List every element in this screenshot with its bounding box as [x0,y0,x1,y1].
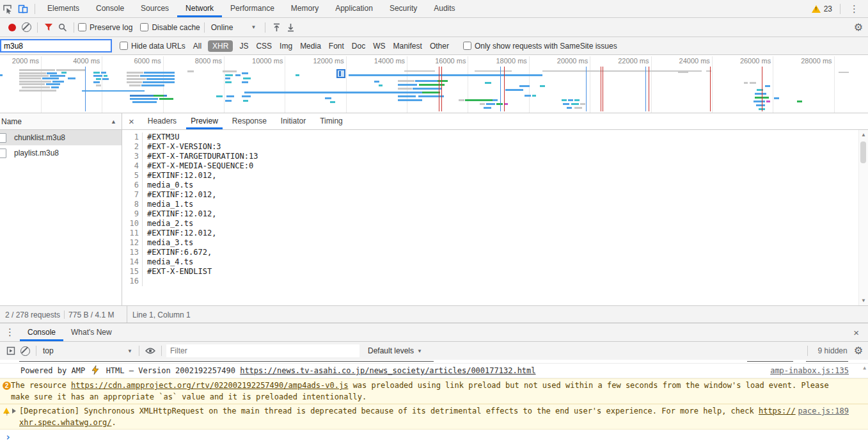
type-filter-ws[interactable]: WS [373,42,385,51]
waterfall-bar [42,77,59,79]
domcontentloaded-line [85,67,86,111]
console-tab-console[interactable]: Console [20,323,63,341]
type-filter-img[interactable]: Img [280,42,292,51]
import-har-icon[interactable] [269,20,283,35]
device-toolbar-icon[interactable] [15,0,31,17]
waterfall-bar [242,95,251,97]
type-filter-js[interactable]: JS [239,42,248,51]
waterfall-bar [187,70,194,72]
type-filter-other[interactable]: Other [430,42,449,51]
message-source-link[interactable]: amp-inabox.js:135 [770,364,849,378]
type-filter-font[interactable]: Font [329,42,344,51]
console-filter-input[interactable] [166,344,360,358]
execution-context-select[interactable]: top ▼ [43,346,132,355]
console-sidebar-toggle-icon[interactable] [4,344,18,358]
search-icon[interactable] [56,20,70,35]
warning-badge-icon[interactable] [812,5,821,13]
request-row-playlist-m3u8[interactable]: playlist.m3u8 [0,145,122,161]
selected-range-marker[interactable] [336,69,345,78]
tab-application[interactable]: Application [327,0,381,17]
console-scroll-up-icon[interactable]: ▲ [863,365,866,371]
name-column-header[interactable]: Name ▲ [0,113,122,130]
type-filter-manifest[interactable]: Manifest [393,42,422,51]
console-tab-what-s-new[interactable]: What's New [63,323,120,341]
waterfall-bar [765,85,770,87]
inspect-element-icon[interactable] [0,0,15,17]
drawer-menu-icon[interactable]: ⋮ [0,326,20,338]
disable-cache-checkbox[interactable] [140,23,148,31]
scroll-up-icon[interactable]: ▲ [859,132,868,138]
message-url-link[interactable]: https://cdn.ampproject.org/rtv/022002192… [71,381,348,390]
waterfall-bar [19,90,56,92]
preview-scrollbar[interactable]: ▲ ▼ [858,130,868,305]
type-filter-doc[interactable]: Doc [352,42,365,51]
network-settings-gear-icon[interactable]: ⚙ [854,22,863,33]
chevron-down-icon[interactable]: ▼ [251,24,256,30]
tab-network[interactable]: Network [177,0,222,17]
tab-memory[interactable]: Memory [283,0,327,17]
preserve-log-checkbox[interactable] [78,23,86,31]
waterfall-bar [143,81,175,83]
throttling-select[interactable]: Online [211,23,233,32]
console-messages[interactable]: amp-inabox.js:135 Powered by AMP HTML – … [0,360,868,443]
preview-content[interactable]: 1#EXTM3U2#EXT-X-VERSION:33#EXT-X-TARGETD… [122,130,859,305]
message-source-link[interactable]: pace.js:189 [798,405,849,417]
network-overview-waterfall[interactable]: 2000 ms4000 ms6000 ms8000 ms10000 ms1200… [0,55,868,113]
tab-elements[interactable]: Elements [39,0,88,17]
tab-audits[interactable]: Audits [425,0,463,17]
samesite-checkbox[interactable] [463,42,471,50]
hide-data-urls-checkbox[interactable] [120,42,128,50]
close-detail-icon[interactable]: × [122,116,141,127]
divider [139,346,139,356]
filter-toggle-icon[interactable] [42,20,56,35]
console-prompt[interactable]: › [0,430,868,443]
transferred-size: 775 B / 4.1 M [68,310,114,319]
detail-tab-timing[interactable]: Timing [313,113,350,129]
detail-tab-preview[interactable]: Preview [184,113,225,129]
waterfall-bar [413,88,442,90]
detail-tabs-row: × HeadersPreviewResponseInitiatorTiming [122,113,868,130]
tab-sources[interactable]: Sources [132,0,177,17]
console-toolbar: top ▼ Default levels ▼ 9 hidden ⚙ [0,342,868,360]
request-row-chunklist-m3u8[interactable]: chunklist.m3u8 [0,130,122,145]
close-drawer-icon[interactable]: × [847,327,865,338]
waterfall-bar [129,85,141,86]
detail-tab-initiator[interactable]: Initiator [274,113,313,129]
type-filter-css[interactable]: CSS [256,42,272,51]
console-settings-gear-icon[interactable]: ⚙ [854,346,863,356]
record-button[interactable] [5,20,19,35]
warning-count[interactable]: 23 [824,4,832,13]
message-url-link[interactable]: https://news.tv-asahi.co.jp/news_society… [240,366,535,375]
network-filter-input[interactable] [0,39,112,52]
clear-button[interactable] [19,20,33,35]
line-number: 12 [122,238,143,248]
code-line: 15#EXT-X-ENDLIST [122,267,859,277]
more-options-icon[interactable]: ⋮ [844,3,864,15]
disable-cache-label: Disable cache [152,23,200,32]
type-filter-xhr[interactable]: XHR [208,40,233,52]
waterfall-bar [61,72,67,74]
divider [64,310,65,319]
detail-tab-response[interactable]: Response [225,113,274,129]
scrollbar-thumb[interactable] [860,141,866,163]
tab-console[interactable]: Console [88,0,132,17]
type-filter-all[interactable]: All [193,42,201,51]
waterfall-bar [398,88,412,90]
line-number: 11 [122,229,143,238]
export-har-icon[interactable] [283,20,297,35]
tab-security[interactable]: Security [381,0,425,17]
detail-tab-headers[interactable]: Headers [141,113,184,129]
hidden-messages-count[interactable]: 9 hidden [818,346,848,355]
waterfall-bar [580,103,585,105]
log-levels-select[interactable]: Default levels ▼ [368,346,422,355]
waterfall-bar [235,74,241,76]
waterfall-bar [93,72,100,74]
scroll-down-icon[interactable]: ▼ [859,298,868,303]
expand-arrow-icon[interactable] [12,408,16,414]
clear-console-icon[interactable] [18,344,32,358]
line-number: 7 [122,190,143,200]
live-expression-eye-icon[interactable] [143,344,157,358]
code-line: 9#EXTINF:12.012, [122,209,859,219]
type-filter-media[interactable]: Media [300,42,321,51]
tab-performance[interactable]: Performance [222,0,283,17]
